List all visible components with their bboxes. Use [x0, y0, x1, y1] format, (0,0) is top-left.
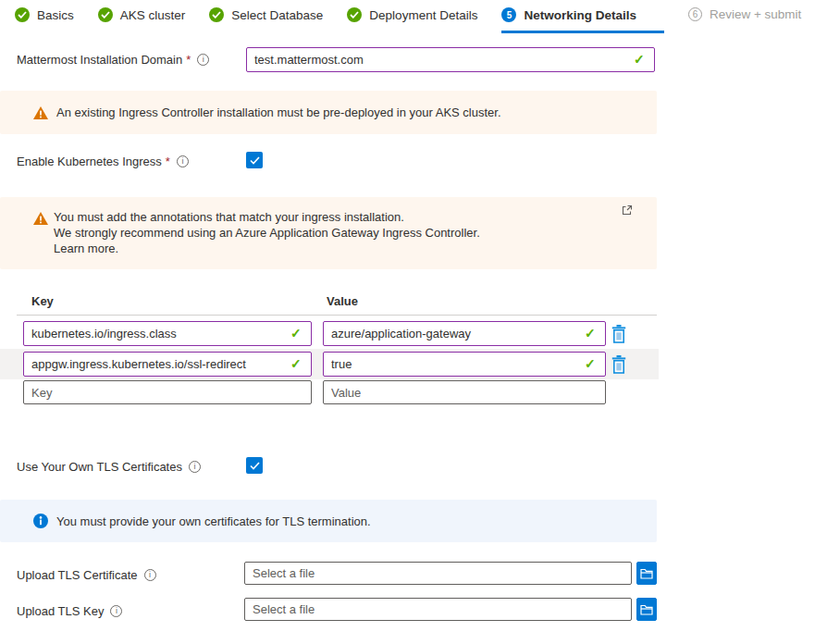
- warning-banner-ingress-controller: An existing Ingress Controller installat…: [0, 91, 657, 134]
- tab-review-submit[interactable]: 6 Review + submit: [688, 7, 801, 30]
- step-complete-icon: [15, 7, 30, 22]
- domain-field-label: Mattermost Installation Domain * i: [17, 52, 209, 67]
- upload-key-file-input[interactable]: [244, 598, 632, 621]
- networking-details-page: Basics AKS cluster Select Database Deplo…: [0, 0, 827, 644]
- open-in-new-window-icon[interactable]: [622, 204, 633, 216]
- column-header-value: Value: [327, 294, 358, 308]
- info-filled-icon: [33, 514, 48, 528]
- warning-banner-annotations: You must add the annotations that match …: [0, 197, 657, 269]
- tab-label: Basics: [37, 8, 74, 22]
- info-icon[interactable]: i: [110, 605, 122, 617]
- delete-row-button[interactable]: [610, 353, 628, 376]
- annotation-key-input-empty[interactable]: [23, 380, 312, 404]
- upload-cert-file-input[interactable]: [244, 562, 632, 585]
- warning-icon: [33, 212, 48, 228]
- wizard-step-tabs: Basics AKS cluster Select Database Deplo…: [15, 7, 801, 33]
- warning-line-2: We strongly recommend using an Azure App…: [54, 225, 480, 241]
- annotation-key-input[interactable]: [23, 321, 312, 346]
- warning-line-1: You must add the annotations that match …: [54, 209, 480, 225]
- tab-label: AKS cluster: [120, 8, 186, 22]
- info-icon[interactable]: i: [177, 155, 189, 167]
- upload-cert-label: Upload TLS Certificate i: [17, 567, 156, 582]
- required-asterisk: *: [166, 155, 170, 168]
- tab-basics[interactable]: Basics: [15, 7, 74, 31]
- tab-aks-cluster[interactable]: AKS cluster: [98, 7, 186, 31]
- column-header-key: Key: [31, 294, 54, 308]
- tab-select-database[interactable]: Select Database: [209, 7, 323, 31]
- upload-key-label: Upload TLS Key i: [17, 603, 122, 618]
- step-complete-icon: [98, 7, 113, 22]
- tab-label: Networking Details: [524, 8, 636, 22]
- info-banner-tls: You must provide your own certificates f…: [0, 500, 657, 542]
- step-number-icon: 5: [501, 7, 516, 22]
- browse-folder-icon[interactable]: [636, 562, 657, 585]
- browse-folder-icon[interactable]: [636, 598, 657, 621]
- info-text: You must provide your own certificates f…: [56, 514, 371, 528]
- warning-text-block: You must add the annotations that match …: [54, 209, 480, 256]
- enable-ingress-label: Enable Kubernetes Ingress * i: [17, 154, 189, 168]
- annotation-value-input[interactable]: [323, 321, 606, 346]
- enable-ingress-checkbox[interactable]: [246, 152, 263, 168]
- tab-label: Review + submit: [710, 7, 801, 21]
- info-icon[interactable]: i: [189, 461, 201, 473]
- step-complete-icon: [347, 7, 362, 22]
- info-icon[interactable]: i: [197, 54, 209, 66]
- use-own-tls-label: Use Your Own TLS Certificates i: [17, 459, 201, 474]
- annotation-value-input[interactable]: [323, 352, 606, 377]
- tab-label: Deployment Details: [369, 8, 477, 22]
- warning-icon: [33, 106, 48, 119]
- learn-more-link[interactable]: Learn more.: [54, 241, 480, 256]
- required-asterisk: *: [186, 53, 191, 67]
- annotation-key-input[interactable]: [23, 352, 312, 377]
- step-number-icon: 6: [688, 7, 702, 21]
- step-complete-icon: [209, 7, 224, 22]
- warning-text: An existing Ingress Controller installat…: [56, 105, 501, 119]
- delete-row-button[interactable]: [610, 323, 628, 345]
- tab-networking-details[interactable]: 5 Networking Details: [501, 7, 664, 33]
- info-icon[interactable]: i: [144, 569, 156, 581]
- use-own-tls-checkbox[interactable]: [246, 457, 263, 474]
- tab-label: Select Database: [231, 8, 323, 22]
- table-header-divider: [17, 315, 657, 316]
- domain-input[interactable]: [246, 47, 655, 72]
- tab-deployment-details[interactable]: Deployment Details: [347, 7, 477, 31]
- annotation-value-input-empty[interactable]: [323, 380, 606, 404]
